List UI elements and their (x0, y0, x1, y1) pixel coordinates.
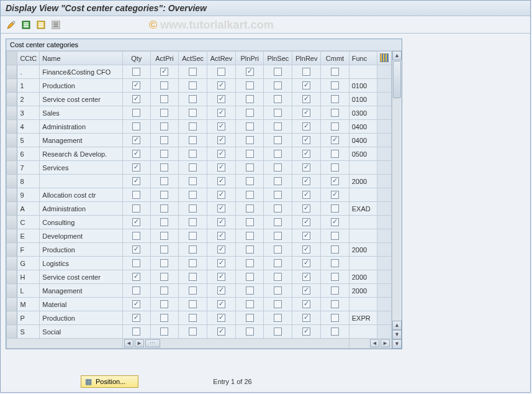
checkbox-icon[interactable] (302, 122, 310, 131)
cmmt-cell[interactable] (321, 120, 349, 134)
name-cell[interactable] (40, 93, 123, 106)
qty-cell[interactable] (122, 120, 150, 134)
actrev-cell[interactable] (207, 65, 236, 79)
plnpri-cell[interactable] (235, 147, 264, 161)
checkbox-icon[interactable] (331, 328, 339, 336)
name-cell[interactable] (40, 106, 123, 120)
actsec-cell[interactable] (179, 243, 207, 257)
func-input[interactable] (349, 66, 377, 78)
plnpri-cell[interactable] (235, 270, 264, 284)
cctc-input[interactable] (17, 121, 39, 133)
checkbox-icon[interactable] (189, 273, 197, 281)
name-input[interactable] (40, 285, 122, 297)
qty-cell[interactable] (122, 79, 150, 93)
scroll-thumb[interactable]: ⋯ (145, 339, 160, 347)
plnpri-cell[interactable] (235, 325, 264, 339)
row-selector[interactable] (7, 134, 17, 147)
plnrev-cell[interactable] (292, 175, 321, 188)
qty-cell[interactable] (122, 311, 150, 325)
name-input[interactable] (40, 312, 122, 324)
func-input[interactable] (349, 134, 377, 147)
checkbox-icon[interactable] (132, 259, 140, 267)
cctc-cell[interactable] (17, 202, 40, 216)
actsec-cell[interactable] (179, 216, 207, 229)
plnpri-cell[interactable] (235, 93, 264, 106)
cmmt-cell[interactable] (321, 298, 349, 311)
actpri-cell[interactable] (150, 134, 179, 147)
checkbox-icon[interactable] (274, 136, 282, 144)
cmmt-cell[interactable] (321, 229, 349, 243)
row-selector[interactable] (7, 175, 17, 188)
plnsec-cell[interactable] (264, 202, 292, 216)
row-selector[interactable] (7, 161, 17, 175)
cmmt-cell[interactable] (321, 65, 349, 79)
func-input[interactable] (349, 271, 377, 283)
checkbox-icon[interactable] (132, 136, 140, 144)
plnrev-cell[interactable] (292, 298, 321, 311)
cmmt-cell[interactable] (321, 270, 349, 284)
checkbox-icon[interactable] (132, 68, 140, 76)
checkbox-icon[interactable] (217, 81, 225, 89)
func-input[interactable] (349, 175, 377, 188)
qty-cell[interactable] (122, 243, 150, 257)
checkbox-icon[interactable] (331, 81, 339, 89)
col-configure[interactable] (377, 52, 391, 65)
func-input[interactable] (349, 285, 377, 297)
plnrev-cell[interactable] (292, 93, 321, 106)
actsec-cell[interactable] (179, 284, 207, 298)
checkbox-icon[interactable] (189, 109, 197, 117)
checkbox-icon[interactable] (160, 273, 168, 281)
checkbox-icon[interactable] (189, 136, 197, 144)
func-cell[interactable] (349, 311, 377, 325)
cmmt-cell[interactable] (321, 79, 349, 93)
checkbox-icon[interactable] (246, 286, 254, 295)
plnrev-cell[interactable] (292, 65, 321, 79)
qty-cell[interactable] (122, 161, 150, 175)
cmmt-cell[interactable] (321, 311, 349, 325)
name-input[interactable] (40, 189, 122, 201)
actpri-cell[interactable] (150, 106, 179, 120)
plnpri-cell[interactable] (235, 311, 264, 325)
plnpri-cell[interactable] (235, 79, 264, 93)
cctc-input[interactable] (17, 134, 39, 147)
checkbox-icon[interactable] (246, 191, 254, 199)
actpri-cell[interactable] (150, 93, 179, 106)
checkbox-icon[interactable] (189, 286, 197, 295)
name-cell[interactable] (40, 216, 123, 229)
checkbox-icon[interactable] (274, 245, 282, 254)
checkbox-icon[interactable] (274, 81, 282, 89)
checkbox-icon[interactable] (132, 163, 140, 172)
change-icon[interactable] (6, 19, 17, 30)
name-cell[interactable] (40, 229, 123, 243)
checkbox-icon[interactable] (189, 232, 197, 240)
col-cmmt[interactable]: Cmmt (321, 52, 349, 65)
checkbox-icon[interactable] (189, 81, 197, 89)
actsec-cell[interactable] (179, 188, 207, 202)
row-selector[interactable] (7, 188, 17, 202)
func-input[interactable] (349, 80, 377, 92)
row-selector[interactable] (7, 325, 17, 339)
plnpri-cell[interactable] (235, 257, 264, 270)
checkbox-icon[interactable] (160, 122, 168, 131)
plnsec-cell[interactable] (264, 229, 292, 243)
plnrev-cell[interactable] (292, 229, 321, 243)
name-cell[interactable] (40, 161, 123, 175)
checkbox-icon[interactable] (331, 163, 339, 172)
cmmt-cell[interactable] (321, 216, 349, 229)
actsec-cell[interactable] (179, 120, 207, 134)
qty-cell[interactable] (122, 298, 150, 311)
checkbox-icon[interactable] (132, 150, 140, 158)
plnsec-cell[interactable] (264, 311, 292, 325)
checkbox-icon[interactable] (246, 245, 254, 254)
cctc-input[interactable] (17, 189, 39, 201)
checkbox-icon[interactable] (331, 314, 339, 322)
cmmt-cell[interactable] (321, 93, 349, 106)
cctc-input[interactable] (17, 298, 39, 311)
plnsec-cell[interactable] (264, 270, 292, 284)
checkbox-icon[interactable] (331, 218, 339, 226)
checkbox-icon[interactable] (246, 314, 254, 322)
cctc-cell[interactable] (17, 93, 40, 106)
actsec-cell[interactable] (179, 325, 207, 339)
col-name[interactable]: Name (40, 52, 123, 65)
row-selector[interactable] (7, 106, 17, 120)
